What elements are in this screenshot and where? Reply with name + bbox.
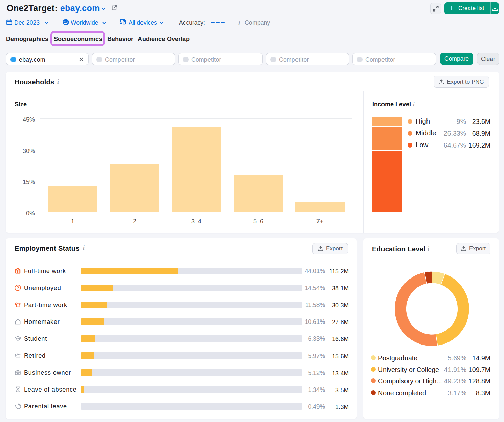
svg-text:?: ? — [17, 286, 19, 290]
